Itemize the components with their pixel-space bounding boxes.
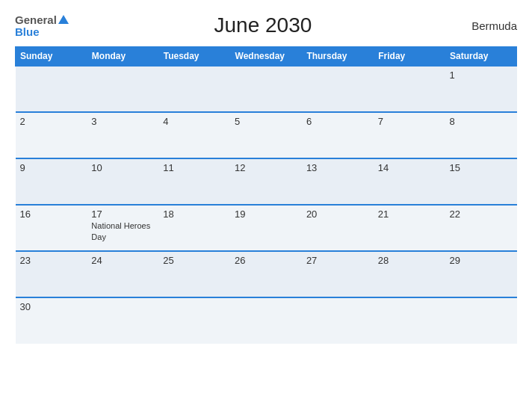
calendar-table: SundayMondayTuesdayWednesdayThursdayFrid…	[15, 46, 517, 344]
day-number: 19	[235, 208, 297, 220]
weekday-header: Saturday	[445, 47, 517, 67]
calendar-page: General Blue June 2030 Bermuda SundayMon…	[0, 0, 532, 411]
calendar-cell: 16	[16, 205, 87, 251]
calendar-cell: 11	[158, 158, 230, 205]
calendar-cell	[302, 66, 374, 112]
day-number: 29	[450, 255, 513, 266]
calendar-cell: 2	[16, 112, 87, 158]
day-number: 20	[306, 208, 369, 220]
day-number: 13	[306, 162, 369, 173]
calendar-cell: 4	[158, 112, 230, 158]
calendar-week-row: 23242526272829	[16, 251, 517, 297]
calendar-week-row: 1617National Heroes Day1819202122	[16, 205, 517, 251]
calendar-cell: 26	[230, 251, 302, 297]
calendar-week-row: 2345678	[16, 112, 517, 158]
calendar-cell	[230, 297, 302, 344]
day-number: 11	[163, 162, 226, 173]
day-number: 8	[450, 116, 513, 127]
day-number: 6	[306, 116, 369, 127]
day-number: 5	[235, 116, 297, 127]
calendar-cell: 23	[16, 251, 87, 297]
calendar-title: June 2030	[69, 13, 457, 37]
calendar-cell: 20	[302, 205, 374, 251]
calendar-cell: 12	[230, 158, 302, 205]
calendar-cell: 1	[445, 66, 517, 112]
calendar-cell	[87, 66, 158, 112]
day-number: 22	[450, 208, 513, 220]
calendar-week-row: 1	[16, 66, 517, 112]
calendar-cell: 3	[87, 112, 158, 158]
day-number: 9	[20, 162, 83, 173]
calendar-header-row: SundayMondayTuesdayWednesdayThursdayFrid…	[16, 47, 517, 67]
calendar-cell: 27	[302, 251, 374, 297]
calendar-cell: 24	[87, 251, 158, 297]
calendar-cell	[302, 297, 374, 344]
calendar-cell	[230, 66, 302, 112]
calendar-cell: 14	[374, 158, 445, 205]
calendar-cell: 5	[230, 112, 302, 158]
calendar-cell: 29	[445, 251, 517, 297]
day-number: 2	[20, 116, 83, 127]
calendar-cell: 28	[374, 251, 445, 297]
calendar-cell: 19	[230, 205, 302, 251]
day-number: 4	[163, 116, 226, 127]
calendar-body: 1234567891011121314151617National Heroes…	[16, 66, 517, 344]
calendar-cell: 10	[87, 158, 158, 205]
day-number: 12	[235, 162, 297, 173]
day-number: 30	[20, 301, 83, 312]
day-number: 17	[91, 208, 154, 220]
day-number: 18	[163, 208, 226, 220]
calendar-cell: 15	[445, 158, 517, 205]
day-number: 14	[378, 162, 441, 173]
weekday-header: Sunday	[16, 47, 87, 67]
day-number: 25	[163, 255, 226, 266]
calendar-cell	[374, 297, 445, 344]
calendar-cell: 8	[445, 112, 517, 158]
day-number: 1	[450, 69, 513, 81]
day-number: 15	[450, 162, 513, 173]
weekday-header: Wednesday	[230, 47, 302, 67]
calendar-cell: 7	[374, 112, 445, 158]
logo-triangle-icon	[58, 15, 69, 24]
calendar-cell	[445, 297, 517, 344]
calendar-event: National Heroes Day	[91, 221, 150, 241]
day-number: 26	[235, 255, 297, 266]
weekday-header: Friday	[374, 47, 445, 67]
calendar-cell: 9	[16, 158, 87, 205]
day-number: 3	[91, 116, 154, 127]
day-number: 16	[20, 208, 83, 220]
calendar-week-row: 30	[16, 297, 517, 344]
calendar-cell	[87, 297, 158, 344]
calendar-cell: 21	[374, 205, 445, 251]
calendar-cell	[158, 297, 230, 344]
logo-blue: Blue	[15, 26, 40, 37]
weekday-header: Monday	[87, 47, 158, 67]
calendar-cell	[16, 66, 87, 112]
calendar-cell: 13	[302, 158, 374, 205]
day-number: 21	[378, 208, 441, 220]
weekday-header: Tuesday	[158, 47, 230, 67]
logo: General Blue	[15, 14, 69, 37]
day-number: 28	[378, 255, 441, 266]
calendar-cell: 6	[302, 112, 374, 158]
calendar-cell	[374, 66, 445, 112]
calendar-cell: 30	[16, 297, 87, 344]
day-number: 27	[306, 255, 369, 266]
region-label: Bermuda	[457, 19, 517, 32]
day-number: 7	[378, 116, 441, 127]
calendar-header: General Blue June 2030 Bermuda	[15, 13, 517, 37]
calendar-cell: 22	[445, 205, 517, 251]
day-number: 24	[91, 255, 154, 266]
day-number: 10	[91, 162, 154, 173]
logo-general: General	[15, 14, 69, 26]
calendar-cell: 25	[158, 251, 230, 297]
day-number: 23	[20, 255, 83, 266]
weekday-header: Thursday	[302, 47, 374, 67]
calendar-cell: 18	[158, 205, 230, 251]
calendar-cell	[158, 66, 230, 112]
calendar-week-row: 9101112131415	[16, 158, 517, 205]
calendar-cell: 17National Heroes Day	[87, 205, 158, 251]
